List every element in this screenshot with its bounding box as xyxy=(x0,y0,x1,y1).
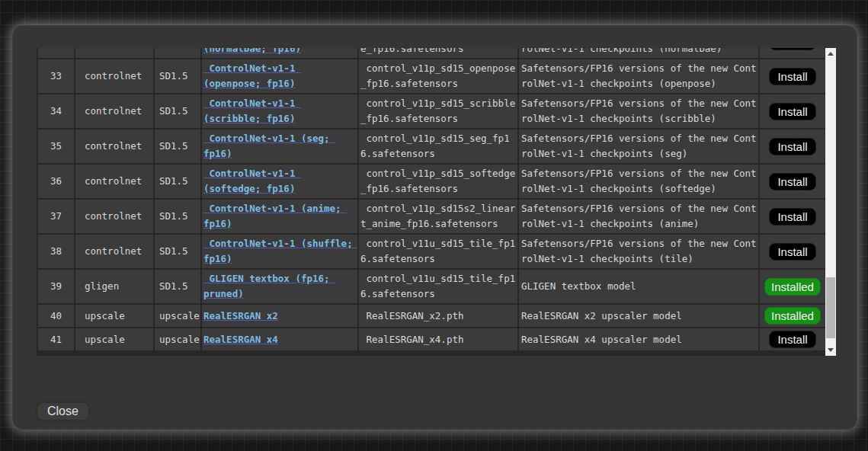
cell-action: Install xyxy=(760,94,825,128)
cell-model-type: controlnet xyxy=(75,94,153,128)
cell-action: Installed xyxy=(760,270,825,303)
cell-model-type: controlnet xyxy=(75,130,153,163)
cell-model-filename: RealESRGAN_x4.pth xyxy=(359,328,517,350)
cell-model-description: Safetensors/FP16 versions of the new Con… xyxy=(519,130,758,163)
cell-model-description: GLIGEN textbox model xyxy=(519,270,758,303)
cell-model-filename: control_v11p_sd15_softedge_fp16.safetens… xyxy=(359,165,517,198)
cell-model-base: SD1.5 xyxy=(155,270,200,303)
cell-model-name: ControlNet-v1-1 (seg; fp16) xyxy=(202,130,357,163)
install-button[interactable]: Install xyxy=(769,48,815,50)
cell-model-description: Safetensors/FP16 versions of the new Con… xyxy=(519,165,758,198)
models-table-viewport[interactable]: 32controlnetSD1.5 ControlNet-v1-1 (norma… xyxy=(37,48,825,356)
cell-model-name: ControlNet-v1-1 (softedge; fp16) xyxy=(202,165,357,198)
model-name-link[interactable]: ControlNet-v1-1 (seg; fp16) xyxy=(203,131,356,162)
model-name-link[interactable]: ControlNet-v1-1 (softedge; fp16) xyxy=(203,166,356,197)
table-row: 38controlnetSD1.5 ControlNet-v1-1 (shuff… xyxy=(38,235,825,268)
cell-model-id: 34 xyxy=(38,94,74,128)
cell-model-filename: RealESRGAN_x2.pth xyxy=(359,305,517,327)
install-button[interactable]: Install xyxy=(769,173,815,190)
cell-model-description: Safetensors/FP16 versions of the new Con… xyxy=(519,235,758,268)
cell-model-id: 33 xyxy=(38,59,74,93)
model-name-link[interactable]: ControlNet-v1-1 (scribble; fp16) xyxy=(203,96,356,126)
installed-button[interactable]: Installed xyxy=(764,278,821,296)
cell-model-base: SD1.5 xyxy=(155,94,200,128)
cell-model-description: Safetensors/FP16 versions of the new Con… xyxy=(519,94,758,128)
scroll-down-arrow-icon[interactable] xyxy=(825,344,836,356)
vertical-scrollbar[interactable] xyxy=(825,48,836,356)
cell-model-id: 40 xyxy=(38,305,74,327)
cell-model-name: ControlNet-v1-1 (openpose; fp16) xyxy=(202,59,357,93)
cell-model-id: 35 xyxy=(38,130,74,163)
cell-model-id: 38 xyxy=(38,235,74,268)
cell-model-base: SD1.5 xyxy=(155,235,200,268)
table-row: 33controlnetSD1.5 ControlNet-v1-1 (openp… xyxy=(38,59,825,93)
model-name-link[interactable]: ControlNet-v1-1 (normalbae; fp16) xyxy=(203,48,356,56)
cell-model-type: controlnet xyxy=(75,48,153,58)
cell-model-name: ControlNet-v1-1 (normalbae; fp16) xyxy=(202,48,357,58)
table-row: 39gligenSD1.5 GLIGEN textbox (fp16; prun… xyxy=(38,270,825,303)
table-row: 41upscaleupscaleRealESRGAN x4 RealESRGAN… xyxy=(38,328,825,350)
cell-model-base: SD1.5 xyxy=(155,130,200,163)
cell-action: Install xyxy=(760,165,825,198)
cell-model-id: 32 xyxy=(38,48,74,58)
cell-action: Install xyxy=(760,235,825,268)
cell-model-base: SD1.5 xyxy=(155,165,200,198)
scroll-up-arrow-icon[interactable] xyxy=(825,48,836,59)
model-name-link[interactable]: ControlNet-v1-1 (anime; fp16) xyxy=(203,201,356,232)
install-models-dialog: 32controlnetSD1.5 ControlNet-v1-1 (norma… xyxy=(12,25,857,430)
cell-model-filename: control_v11p_sd15_normalbae_fp16.safeten… xyxy=(359,48,517,58)
install-button[interactable]: Install xyxy=(769,138,815,155)
cell-action: Install xyxy=(760,328,825,350)
cell-action: Installed xyxy=(760,305,825,327)
install-button[interactable]: Install xyxy=(769,331,815,348)
model-name-link[interactable]: RealESRGAN x2 xyxy=(203,309,278,324)
cell-model-base: SD1.5 xyxy=(155,200,200,233)
cell-model-type: controlnet xyxy=(75,200,153,233)
cell-model-name: ControlNet-v1-1 (scribble; fp16) xyxy=(202,94,357,128)
cell-model-filename: control_v11p_sd15_seg_fp16.safetensors xyxy=(359,130,517,163)
cell-model-base: upscale xyxy=(155,305,200,327)
cell-model-type: upscale xyxy=(75,328,153,350)
cell-model-base: SD1.5 xyxy=(155,59,200,93)
cell-model-type: controlnet xyxy=(75,235,153,268)
cell-model-name: RealESRGAN x2 xyxy=(202,305,357,327)
cell-action: Install xyxy=(760,130,825,163)
cell-model-filename: control_v11u_sd15_tile_fp16.safetensors xyxy=(359,235,517,268)
cell-model-id: 36 xyxy=(38,165,74,198)
cell-model-filename: control_v11p_sd15_openpose_fp16.safetens… xyxy=(359,59,517,93)
cell-model-description: Safetensors/FP16 versions of the new Con… xyxy=(519,200,758,233)
cell-model-description: RealESRGAN x2 upscaler model xyxy=(519,305,758,327)
cell-model-id: 37 xyxy=(38,200,74,233)
install-button[interactable]: Install xyxy=(769,103,815,120)
cell-model-base: SD1.5 xyxy=(155,48,200,58)
cell-model-name: ControlNet-v1-1 (shuffle; fp16) xyxy=(202,235,357,268)
model-name-link[interactable]: ControlNet-v1-1 (openpose; fp16) xyxy=(203,61,356,91)
table-row: 35controlnetSD1.5 ControlNet-v1-1 (seg; … xyxy=(38,130,825,163)
models-table: 32controlnetSD1.5 ControlNet-v1-1 (norma… xyxy=(38,48,825,350)
install-button[interactable]: Install xyxy=(769,208,815,226)
cell-action: Install xyxy=(760,59,825,93)
cell-model-filename: control_v11p_sd15s2_lineart_anime_fp16.s… xyxy=(359,200,517,233)
cell-model-type: controlnet xyxy=(75,165,153,198)
close-button[interactable]: Close xyxy=(36,401,90,421)
cell-action: Install xyxy=(760,200,825,233)
model-name-link[interactable]: GLIGEN textbox (fp16; pruned) xyxy=(203,271,356,302)
cell-model-description: RealESRGAN x4 upscaler model xyxy=(519,328,758,350)
scrollbar-thumb[interactable] xyxy=(826,277,835,338)
installed-button[interactable]: Installed xyxy=(764,307,821,325)
cell-model-filename: control_v11u_sd15_tile_fp16.safetensors xyxy=(359,270,517,303)
cell-model-type: controlnet xyxy=(75,59,153,93)
cell-action: Install xyxy=(760,48,825,58)
cell-model-filename: control_v11p_sd15_scribble_fp16.safetens… xyxy=(359,94,517,128)
model-name-link[interactable]: RealESRGAN x4 xyxy=(203,332,278,347)
cell-model-type: gligen xyxy=(75,270,153,303)
install-button[interactable]: Install xyxy=(769,243,815,261)
cell-model-name: GLIGEN textbox (fp16; pruned) xyxy=(202,270,357,303)
cell-model-description: Safetensors/FP16 versions of the new Con… xyxy=(519,48,758,58)
install-button[interactable]: Install xyxy=(769,68,815,85)
cell-model-type: upscale xyxy=(75,305,153,327)
cell-model-id: 41 xyxy=(38,328,74,350)
model-name-link[interactable]: ControlNet-v1-1 (shuffle; fp16) xyxy=(203,236,356,267)
table-row: 36controlnetSD1.5 ControlNet-v1-1 (softe… xyxy=(38,165,825,198)
cell-model-name: ControlNet-v1-1 (anime; fp16) xyxy=(202,200,357,233)
